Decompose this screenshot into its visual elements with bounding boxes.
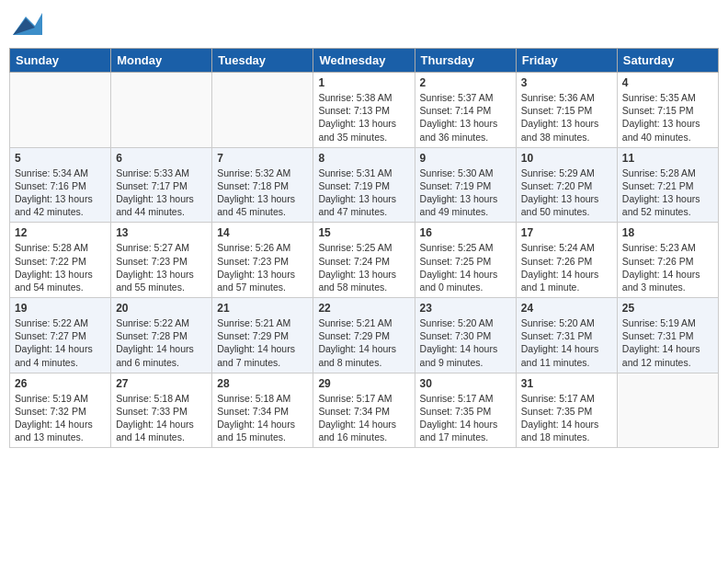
day-info: Sunrise: 5:25 AM bbox=[420, 241, 511, 254]
calendar-cell: 8Sunrise: 5:31 AMSunset: 7:19 PMDaylight… bbox=[313, 147, 415, 223]
day-info: Daylight: 13 hours bbox=[116, 192, 207, 205]
day-info: Sunset: 7:21 PM bbox=[622, 179, 713, 192]
calendar-cell: 6Sunrise: 5:33 AMSunset: 7:17 PMDaylight… bbox=[111, 147, 212, 223]
day-number: 20 bbox=[116, 302, 207, 315]
day-info: Daylight: 13 hours bbox=[420, 192, 511, 205]
day-number: 8 bbox=[318, 152, 409, 165]
calendar-cell: 14Sunrise: 5:26 AMSunset: 7:23 PMDayligh… bbox=[212, 223, 313, 298]
day-info: and 9 minutes. bbox=[420, 356, 511, 369]
calendar-cell: 21Sunrise: 5:21 AMSunset: 7:29 PMDayligh… bbox=[212, 298, 313, 373]
calendar-cell: 13Sunrise: 5:27 AMSunset: 7:23 PMDayligh… bbox=[111, 223, 212, 298]
day-info: and 12 minutes. bbox=[622, 356, 713, 369]
day-info: and 1 minute. bbox=[521, 281, 612, 293]
day-info: Sunset: 7:31 PM bbox=[622, 329, 713, 342]
calendar-cell: 20Sunrise: 5:22 AMSunset: 7:28 PMDayligh… bbox=[111, 298, 212, 373]
logo-icon bbox=[9, 9, 42, 42]
day-info: Sunrise: 5:22 AM bbox=[15, 316, 106, 329]
day-info: Daylight: 14 hours bbox=[15, 418, 106, 431]
day-number: 6 bbox=[116, 152, 207, 165]
day-number: 30 bbox=[420, 377, 511, 390]
day-info: Sunrise: 5:21 AM bbox=[318, 316, 409, 329]
day-info: and 0 minutes. bbox=[420, 281, 511, 293]
day-info: Sunset: 7:23 PM bbox=[116, 255, 207, 268]
day-info: Sunset: 7:27 PM bbox=[15, 329, 106, 342]
day-info: and 6 minutes. bbox=[116, 356, 207, 369]
day-number: 9 bbox=[420, 152, 511, 165]
day-info: Daylight: 13 hours bbox=[15, 192, 106, 205]
day-info: Sunrise: 5:20 AM bbox=[521, 316, 612, 329]
day-header-saturday: Saturday bbox=[617, 49, 718, 73]
day-info: Daylight: 14 hours bbox=[420, 342, 511, 355]
day-info: Sunrise: 5:21 AM bbox=[217, 316, 308, 329]
day-number: 3 bbox=[521, 76, 612, 89]
day-header-friday: Friday bbox=[516, 49, 617, 73]
day-info: Sunset: 7:33 PM bbox=[116, 405, 207, 418]
day-number: 23 bbox=[420, 302, 511, 315]
day-info: Sunrise: 5:18 AM bbox=[116, 392, 207, 405]
day-number: 19 bbox=[15, 302, 106, 315]
day-info: Sunrise: 5:17 AM bbox=[521, 392, 612, 405]
day-info: and 14 minutes. bbox=[116, 431, 207, 443]
calendar-cell: 10Sunrise: 5:29 AMSunset: 7:20 PMDayligh… bbox=[516, 147, 617, 223]
calendar-cell: 22Sunrise: 5:21 AMSunset: 7:29 PMDayligh… bbox=[313, 298, 415, 373]
calendar-cell: 29Sunrise: 5:17 AMSunset: 7:34 PMDayligh… bbox=[313, 373, 415, 448]
day-number: 13 bbox=[116, 226, 207, 239]
day-info: and 7 minutes. bbox=[217, 356, 308, 369]
day-info: Sunrise: 5:24 AM bbox=[521, 241, 612, 254]
day-info: Sunset: 7:28 PM bbox=[116, 329, 207, 342]
day-info: Sunrise: 5:17 AM bbox=[318, 392, 409, 405]
day-info: Sunset: 7:29 PM bbox=[217, 329, 308, 342]
day-info: Sunset: 7:24 PM bbox=[318, 255, 409, 268]
day-info: Sunrise: 5:27 AM bbox=[116, 241, 207, 254]
day-info: and 55 minutes. bbox=[116, 281, 207, 293]
day-number: 12 bbox=[15, 226, 106, 239]
calendar-week-5: 26Sunrise: 5:19 AMSunset: 7:32 PMDayligh… bbox=[10, 373, 719, 448]
calendar-cell bbox=[212, 73, 313, 148]
day-info: Sunset: 7:18 PM bbox=[217, 179, 308, 192]
calendar-cell: 18Sunrise: 5:23 AMSunset: 7:26 PMDayligh… bbox=[617, 223, 718, 298]
calendar-week-4: 19Sunrise: 5:22 AMSunset: 7:27 PMDayligh… bbox=[10, 298, 719, 373]
day-info: Daylight: 13 hours bbox=[318, 268, 409, 281]
day-info: and 52 minutes. bbox=[622, 205, 713, 218]
day-info: Daylight: 14 hours bbox=[521, 342, 612, 355]
day-info: and 45 minutes. bbox=[217, 205, 308, 218]
calendar-cell: 24Sunrise: 5:20 AMSunset: 7:31 PMDayligh… bbox=[516, 298, 617, 373]
day-info: Daylight: 14 hours bbox=[217, 418, 308, 431]
day-number: 27 bbox=[116, 377, 207, 390]
day-number: 5 bbox=[15, 152, 106, 165]
day-info: Sunrise: 5:25 AM bbox=[318, 241, 409, 254]
day-info: and 16 minutes. bbox=[318, 431, 409, 443]
day-info: Sunrise: 5:34 AM bbox=[15, 167, 106, 179]
day-info: Sunrise: 5:19 AM bbox=[15, 392, 106, 405]
calendar-cell: 3Sunrise: 5:36 AMSunset: 7:15 PMDaylight… bbox=[516, 73, 617, 148]
calendar-cell bbox=[617, 373, 718, 448]
day-info: Sunrise: 5:31 AM bbox=[318, 167, 409, 179]
day-info: Daylight: 14 hours bbox=[622, 342, 713, 355]
day-number: 22 bbox=[318, 302, 409, 315]
day-info: Sunrise: 5:19 AM bbox=[622, 316, 713, 329]
day-info: Sunrise: 5:33 AM bbox=[116, 167, 207, 179]
day-info: Sunset: 7:19 PM bbox=[420, 179, 511, 192]
day-info: Sunset: 7:17 PM bbox=[116, 179, 207, 192]
day-info: Daylight: 13 hours bbox=[116, 268, 207, 281]
day-number: 24 bbox=[521, 302, 612, 315]
calendar-cell: 2Sunrise: 5:37 AMSunset: 7:14 PMDaylight… bbox=[415, 73, 516, 148]
day-info: Daylight: 14 hours bbox=[116, 418, 207, 431]
day-info: Daylight: 14 hours bbox=[217, 342, 308, 355]
day-info: Sunrise: 5:38 AM bbox=[318, 91, 409, 104]
calendar-cell: 16Sunrise: 5:25 AMSunset: 7:25 PMDayligh… bbox=[415, 223, 516, 298]
day-info: and 4 minutes. bbox=[15, 356, 106, 369]
day-info: and 17 minutes. bbox=[420, 431, 511, 443]
day-number: 26 bbox=[15, 377, 106, 390]
day-info: and 38 minutes. bbox=[521, 131, 612, 144]
day-info: Sunrise: 5:36 AM bbox=[521, 91, 612, 104]
day-info: Daylight: 13 hours bbox=[318, 192, 409, 205]
day-info: Sunset: 7:26 PM bbox=[622, 255, 713, 268]
day-info: Sunset: 7:29 PM bbox=[318, 329, 409, 342]
day-header-monday: Monday bbox=[111, 49, 212, 73]
day-info: Sunset: 7:30 PM bbox=[420, 329, 511, 342]
day-info: and 35 minutes. bbox=[318, 131, 409, 144]
calendar-cell: 27Sunrise: 5:18 AMSunset: 7:33 PMDayligh… bbox=[111, 373, 212, 448]
day-info: Sunrise: 5:23 AM bbox=[622, 241, 713, 254]
day-info: Sunset: 7:13 PM bbox=[318, 104, 409, 117]
